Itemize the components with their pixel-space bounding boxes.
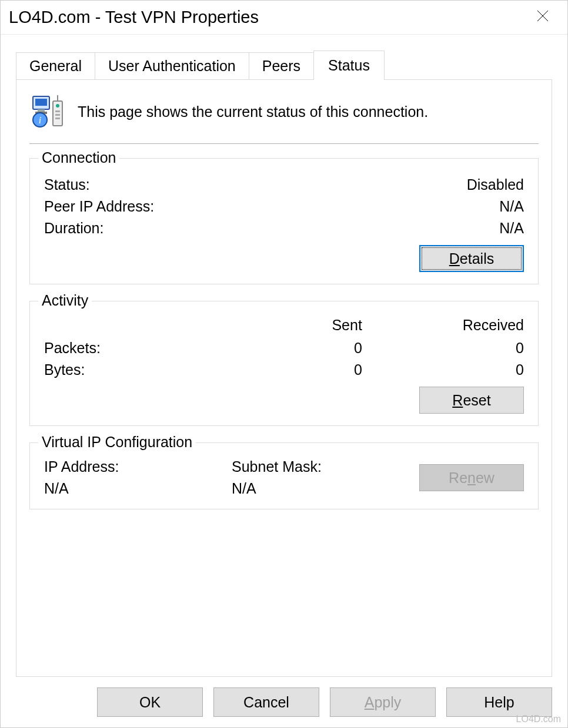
reset-button[interactable]: Reset — [419, 387, 524, 414]
help-button[interactable]: Help — [446, 687, 552, 717]
activity-received-header: Received — [386, 317, 524, 334]
packets-sent: 0 — [224, 340, 386, 357]
duration-value: N/A — [499, 220, 524, 237]
status-label: Status: — [44, 176, 90, 193]
duration-label: Duration: — [44, 220, 103, 237]
renew-button: RenewRenew — [419, 464, 524, 491]
tab-status[interactable]: Status — [313, 51, 385, 80]
tab-general[interactable]: General — [16, 52, 95, 79]
client-area: General User Authentication Peers Status… — [1, 35, 567, 677]
status-description: This page shows the current status of th… — [78, 103, 428, 120]
dialog-footer: OK Cancel ApplyApply Help — [1, 677, 567, 727]
packets-label: Packets: — [44, 340, 224, 357]
status-value: Disabled — [467, 176, 524, 193]
apply-button: ApplyApply — [330, 687, 436, 717]
properties-window: LO4D.com - Test VPN Properties General U… — [0, 0, 568, 728]
svg-rect-4 — [38, 109, 45, 112]
title-bar: LO4D.com - Test VPN Properties — [1, 1, 567, 35]
reset-button-label: eset — [463, 392, 490, 409]
peer-ip-value: N/A — [499, 198, 524, 215]
bytes-label: Bytes: — [44, 361, 224, 378]
details-button[interactable]: DDetailsetails — [419, 245, 524, 272]
subnet-mask-value: N/A — [232, 480, 419, 497]
svg-text:i: i — [39, 115, 41, 125]
subnet-mask-label: Subnet Mask: — [232, 458, 419, 480]
svg-point-9 — [56, 104, 59, 108]
peer-ip-label: Peer IP Address: — [44, 198, 154, 215]
group-activity: Activity Sent Received Packets: 0 0 Byte… — [29, 301, 539, 426]
tab-peers[interactable]: Peers — [249, 52, 314, 79]
bytes-sent: 0 — [224, 361, 386, 378]
group-virtual-ip-legend: Virtual IP Configuration — [38, 434, 196, 451]
tab-user-authentication[interactable]: User Authentication — [95, 52, 249, 79]
header-divider — [29, 143, 539, 144]
ok-button[interactable]: OK — [97, 687, 203, 717]
svg-rect-12 — [55, 114, 60, 116]
status-header: i This page shows the current status of … — [29, 92, 539, 143]
connection-info-icon: i — [29, 93, 67, 130]
cancel-button[interactable]: Cancel — [213, 687, 319, 717]
group-virtual-ip: Virtual IP Configuration IP Address: N/A… — [29, 442, 539, 509]
activity-sent-header: Sent — [224, 317, 386, 334]
ip-address-label: IP Address: — [44, 458, 232, 480]
tab-strip: General User Authentication Peers Status — [16, 50, 552, 79]
window-title: LO4D.com - Test VPN Properties — [9, 8, 259, 27]
packets-received: 0 — [386, 340, 524, 357]
svg-rect-11 — [55, 110, 60, 112]
svg-rect-3 — [35, 99, 47, 106]
group-connection-legend: Connection — [38, 149, 119, 166]
group-connection: Connection Status: Disabled Peer IP Addr… — [29, 158, 539, 284]
group-activity-legend: Activity — [38, 292, 92, 309]
close-button[interactable] — [530, 5, 556, 29]
svg-rect-13 — [55, 118, 60, 119]
ip-address-value: N/A — [44, 480, 232, 497]
bytes-received: 0 — [386, 361, 524, 378]
tab-panel-status: i This page shows the current status of … — [16, 79, 552, 677]
close-icon — [536, 9, 550, 23]
